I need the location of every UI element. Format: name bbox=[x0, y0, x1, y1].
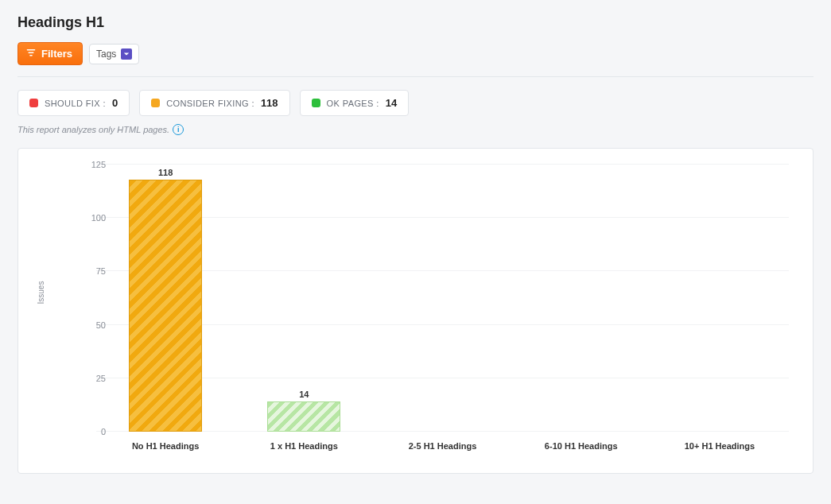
status-dot-red bbox=[29, 99, 38, 107]
plot-area: 025507510012511814 bbox=[96, 165, 789, 432]
x-axis-labels: No H1 Headings1 x H1 Headings2-5 H1 Head… bbox=[96, 435, 789, 451]
bar-slot: 118 bbox=[96, 165, 235, 432]
filter-icon bbox=[25, 47, 37, 60]
bars-row: 11814 bbox=[96, 165, 789, 432]
stat-label: CONSIDER FIXING : bbox=[166, 99, 254, 108]
stat-value: 118 bbox=[261, 97, 278, 109]
chart-card: Issues 025507510012511814 No H1 Headings… bbox=[17, 148, 814, 474]
report-note: This report analyzes only HTML pages. i bbox=[17, 124, 814, 135]
svg-rect-2 bbox=[29, 55, 33, 56]
tags-label: Tags bbox=[96, 48, 116, 60]
x-tick-label: 2-5 H1 Headings bbox=[373, 435, 511, 451]
status-dot-green bbox=[312, 99, 320, 107]
stats-row: SHOULD FIX : 0 CONSIDER FIXING : 118 OK … bbox=[17, 90, 814, 116]
svg-rect-1 bbox=[29, 52, 34, 53]
stat-ok-pages[interactable]: OK PAGES : 14 bbox=[300, 90, 410, 116]
x-tick-label: 6-10 H1 Headings bbox=[512, 435, 650, 451]
bar-slot: 14 bbox=[235, 165, 373, 432]
bar-chart: Issues 025507510012511814 No H1 Headings… bbox=[80, 165, 789, 451]
note-text: This report analyzes only HTML pages. bbox=[17, 125, 169, 134]
svg-rect-0 bbox=[27, 49, 36, 51]
bar-slot bbox=[512, 165, 650, 432]
chevron-down-icon bbox=[121, 48, 132, 60]
tags-button[interactable]: Tags bbox=[89, 44, 139, 64]
x-tick-label: 1 x H1 Headings bbox=[235, 435, 373, 451]
stat-label: OK PAGES : bbox=[327, 99, 379, 108]
bar-slot bbox=[650, 165, 789, 432]
filters-label: Filters bbox=[41, 48, 72, 60]
x-tick-label: 10+ H1 Headings bbox=[650, 435, 789, 451]
stat-should-fix[interactable]: SHOULD FIX : 0 bbox=[17, 90, 130, 116]
stat-value: 0 bbox=[112, 97, 118, 109]
stat-value: 14 bbox=[386, 97, 397, 109]
filters-button[interactable]: Filters bbox=[17, 42, 83, 65]
page-title: Headings H1 bbox=[17, 14, 814, 31]
bar-slot bbox=[373, 165, 511, 432]
bar[interactable]: 14 bbox=[267, 401, 340, 432]
toolbar: Filters Tags bbox=[17, 42, 814, 65]
stat-consider-fixing[interactable]: CONSIDER FIXING : 118 bbox=[139, 90, 289, 116]
x-tick-label: No H1 Headings bbox=[96, 435, 235, 451]
bar-value-label: 14 bbox=[299, 390, 309, 402]
info-icon[interactable]: i bbox=[173, 124, 184, 135]
stat-label: SHOULD FIX : bbox=[45, 99, 106, 108]
y-axis-label: Issues bbox=[37, 281, 45, 304]
bar[interactable]: 118 bbox=[129, 180, 202, 432]
divider bbox=[17, 76, 814, 77]
status-dot-orange bbox=[151, 99, 160, 107]
bar-value-label: 118 bbox=[158, 168, 173, 180]
